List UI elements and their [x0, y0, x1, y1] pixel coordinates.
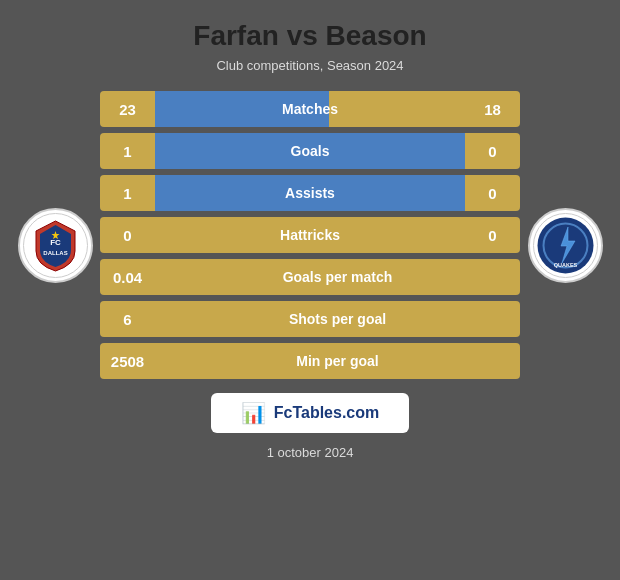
stat-row-min-per-goal: 2508 Min per goal: [100, 343, 520, 379]
fctables-text: FcTables.com: [274, 404, 380, 422]
stat-left-goals-per-match: 0.04: [100, 259, 155, 295]
stat-label-goals: Goals: [155, 133, 465, 169]
svg-text:FC: FC: [50, 238, 61, 247]
page-title: Farfan vs Beason: [193, 20, 426, 52]
stat-left-hattricks: 0: [100, 217, 155, 253]
svg-text:DALLAS: DALLAS: [43, 250, 67, 256]
stat-row-shots-per-goal: 6 Shots per goal: [100, 301, 520, 337]
date-text: 1 october 2024: [267, 445, 354, 460]
stat-label-matches: Matches: [155, 91, 465, 127]
stats-area: 23 Matches 18 1 Goals 0 1 Assists: [100, 91, 520, 379]
quakes-badge-icon: QUAKES: [533, 213, 598, 278]
stat-right-assists: 0: [465, 175, 520, 211]
left-team-logo: FC DALLAS: [18, 208, 93, 283]
fctables-icon: 📊: [241, 401, 266, 425]
stat-right-matches: 18: [465, 91, 520, 127]
comparison-area: FC DALLAS 23 Matches 18 1 Goals: [10, 91, 610, 379]
stat-left-goals: 1: [100, 133, 155, 169]
right-team-logo-area: QUAKES: [520, 208, 610, 283]
stat-left-matches: 23: [100, 91, 155, 127]
stat-label-shots-per-goal: Shots per goal: [155, 301, 520, 337]
stat-left-assists: 1: [100, 175, 155, 211]
stat-label-hattricks: Hattricks: [155, 217, 465, 253]
stat-row-goals: 1 Goals 0: [100, 133, 520, 169]
stat-row-matches: 23 Matches 18: [100, 91, 520, 127]
fc-dallas-badge-icon: FC DALLAS: [23, 213, 88, 278]
stat-left-min-per-goal: 2508: [100, 343, 155, 379]
svg-text:QUAKES: QUAKES: [553, 262, 577, 268]
stat-label-assists: Assists: [155, 175, 465, 211]
stat-label-goals-per-match: Goals per match: [155, 259, 520, 295]
fctables-banner[interactable]: 📊 FcTables.com: [211, 393, 410, 433]
stat-row-hattricks: 0 Hattricks 0: [100, 217, 520, 253]
stat-right-hattricks: 0: [465, 217, 520, 253]
stat-right-goals: 0: [465, 133, 520, 169]
page-container: Farfan vs Beason Club competitions, Seas…: [0, 0, 620, 580]
stat-left-shots-per-goal: 6: [100, 301, 155, 337]
stat-row-goals-per-match: 0.04 Goals per match: [100, 259, 520, 295]
stat-row-assists: 1 Assists 0: [100, 175, 520, 211]
page-subtitle: Club competitions, Season 2024: [216, 58, 403, 73]
right-team-logo: QUAKES: [528, 208, 603, 283]
stat-label-min-per-goal: Min per goal: [155, 343, 520, 379]
left-team-logo-area: FC DALLAS: [10, 208, 100, 283]
